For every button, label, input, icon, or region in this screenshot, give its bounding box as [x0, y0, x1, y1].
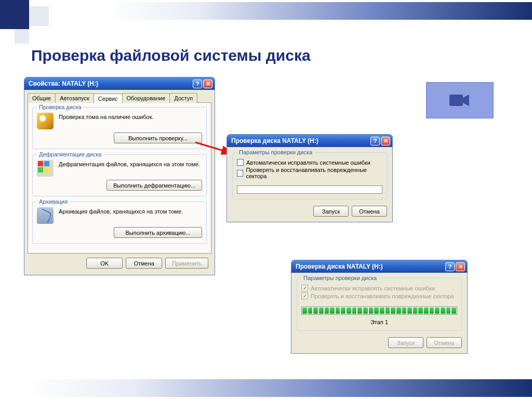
checkdisk-running-dialog: Проверка диска NATALY (H:) ? ✕ Параметры…: [291, 260, 468, 354]
checkdisk-buttons: Запуск Отмена: [232, 205, 387, 217]
properties-title-text: Свойства: NATALY (H:): [29, 80, 192, 87]
progress-segment: [418, 308, 423, 314]
checkdisk-dialog: Проверка диска NATALY (H:) ? ✕ Параметры…: [227, 134, 393, 222]
help-button[interactable]: ?: [370, 137, 380, 145]
checkbox-checked-icon: ✓: [301, 292, 308, 299]
checkdisk-titlebar[interactable]: Проверка диска NATALY (H:) ? ✕: [227, 135, 392, 147]
checkbox-scan-sectors[interactable]: Проверять и восстанавливать поврежденные…: [237, 167, 382, 179]
progress-segment: [357, 308, 362, 314]
group-defrag-legend: Дефрагментация диска: [37, 151, 103, 157]
progress-segment: [413, 308, 418, 314]
progress-segment: [407, 308, 412, 314]
decor-bar-bottom: [0, 379, 532, 397]
tab-autorun[interactable]: Автозапуск: [55, 93, 94, 103]
checkbox-fix-errors[interactable]: Автоматически исправлять системные ошибк…: [237, 159, 382, 166]
camera-icon: [448, 92, 471, 108]
running-options-group: Параметры проверки диска ✓ Автоматически…: [297, 278, 462, 331]
apply-button[interactable]: Применить: [165, 258, 208, 269]
checkbox-fix-errors-disabled: ✓ Автоматически исправлять системные оши…: [301, 285, 457, 291]
progress-segment: [369, 308, 374, 314]
checkbox-checked-icon: ✓: [301, 285, 308, 291]
progress-segment: [391, 308, 395, 314]
progress-bar: [301, 307, 457, 315]
progress-segment: [347, 308, 351, 314]
cancel-button-disabled: Отмена: [427, 337, 462, 348]
checkdisk-running-title-text: Проверка диска NATALY (H:): [296, 263, 444, 270]
svg-rect-0: [449, 95, 463, 106]
group-backup: Архивация Архивация файлов, хранящихся н…: [32, 202, 207, 244]
progress-segment: [424, 308, 429, 314]
progress-segment: [430, 308, 434, 314]
checkbox-fix-errors-label: Автоматически исправлять системные ошибк…: [246, 159, 370, 166]
properties-titlebar[interactable]: Свойства: NATALY (H:) ? ✕: [24, 77, 215, 90]
checkdisk-options-group: Параметры проверки диска Автоматически и…: [232, 152, 387, 200]
close-button[interactable]: ✕: [456, 262, 465, 271]
stage-label: Этап 1: [301, 319, 457, 325]
group-defrag: Дефрагментация диска Дефрагментация файл…: [32, 154, 207, 196]
tab-hardware[interactable]: Оборудование: [122, 93, 170, 103]
checkbox-scan-sectors-label: Проверять и восстанавливать поврежденные…: [246, 167, 382, 179]
close-button[interactable]: ✕: [203, 79, 212, 88]
checkbox-icon: [237, 159, 244, 166]
cancel-button[interactable]: Отмена: [352, 206, 387, 217]
backup-icon: [37, 207, 54, 224]
progress-segment: [441, 308, 445, 314]
progress-segment: [302, 308, 307, 314]
progress-segment: [380, 308, 384, 314]
run-backup-button[interactable]: Выполнить архивацию...: [114, 227, 202, 238]
progress-segment: [396, 308, 401, 314]
checkbox-fix-errors-label: Автоматически исправлять системные ошибк…: [311, 285, 435, 291]
progress-segment: [402, 308, 407, 314]
group-backup-legend: Архивация: [37, 198, 70, 205]
progress-segment: [330, 308, 335, 314]
progress-segment: [336, 308, 340, 314]
progress-segment: [446, 308, 451, 314]
tab-general[interactable]: Общие: [28, 93, 56, 103]
progress-segment: [435, 308, 440, 314]
group-defrag-text: Дефрагментация файлов, хранящихся на это…: [59, 160, 202, 167]
decor-bar-top: [85, 2, 532, 20]
progress-segment: [319, 308, 324, 314]
progress-segment: [451, 308, 456, 314]
run-check-button[interactable]: Выполнить проверку...: [114, 132, 202, 143]
tabpage-tools: Проверка диска Проверка тома на наличие …: [28, 102, 211, 254]
help-button[interactable]: ?: [193, 79, 202, 88]
cancel-button[interactable]: Отмена: [126, 258, 162, 269]
progress-segment: [325, 308, 329, 314]
page-title: Проверка файловой системы диска: [31, 47, 311, 64]
progress-bar-empty: [237, 185, 382, 194]
tab-sharing[interactable]: Доступ: [169, 93, 197, 103]
running-buttons: Запуск Отмена: [297, 336, 462, 348]
checkdisk-legend: Параметры проверки диска: [237, 149, 314, 155]
defrag-icon: [37, 160, 54, 177]
ok-button[interactable]: OK: [86, 258, 123, 269]
progress-segment: [341, 308, 345, 314]
progress-segment: [313, 308, 318, 314]
checkdisk-running-titlebar[interactable]: Проверка диска NATALY (H:) ? ✕: [291, 260, 467, 273]
checkbox-icon: [237, 170, 243, 177]
disk-check-icon: [37, 113, 54, 129]
progress-segment: [385, 308, 390, 314]
properties-buttons: OK Отмена Применить: [28, 254, 211, 272]
progress-segment: [374, 308, 379, 314]
group-check-text: Проверка тома на наличие ошибок.: [59, 113, 202, 120]
progress-segment: [352, 308, 357, 314]
close-button[interactable]: ✕: [381, 137, 390, 145]
checkbox-scan-sectors-label: Проверять и восстанавливать поврежденные…: [311, 293, 454, 299]
progress-segment: [363, 308, 368, 314]
run-defrag-button[interactable]: Выполнить дефрагментацию...: [107, 180, 202, 191]
progress-segment: [308, 308, 313, 314]
video-tile[interactable]: [426, 82, 494, 118]
start-button[interactable]: Запуск: [313, 206, 349, 217]
group-check: Проверка диска Проверка тома на наличие …: [32, 107, 207, 149]
checkbox-scan-sectors-disabled: ✓ Проверять и восстанавливать поврежденн…: [301, 292, 457, 299]
group-check-legend: Проверка диска: [37, 104, 84, 110]
properties-window: Свойства: NATALY (H:) ? ✕ Общие Автозапу…: [24, 77, 215, 275]
running-legend: Параметры проверки диска: [301, 275, 379, 281]
group-backup-text: Архивация файлов, хранящихся на этом том…: [59, 207, 202, 215]
start-button-disabled: Запуск: [388, 337, 423, 348]
help-button[interactable]: ?: [445, 262, 455, 271]
tabstrip: Общие Автозапуск Сервис Оборудование Дос…: [28, 93, 211, 103]
checkdisk-title-text: Проверка диска NATALY (H:): [231, 137, 369, 144]
tab-tools[interactable]: Сервис: [94, 94, 123, 103]
